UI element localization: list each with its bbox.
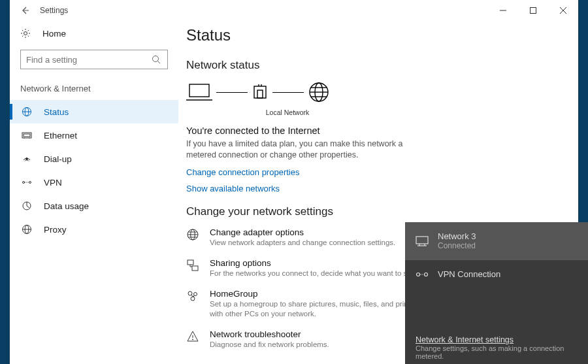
- sidebar-section-label: Network & Internet: [10, 81, 178, 100]
- sidebar-item-ethernet[interactable]: Ethernet: [10, 124, 178, 147]
- svg-point-4: [24, 32, 27, 35]
- globe-icon: [20, 107, 33, 117]
- svg-rect-25: [257, 90, 263, 98]
- option-desc: View network adapters and change connect…: [210, 238, 395, 248]
- sidebar-item-dialup[interactable]: Dial-up: [10, 147, 178, 171]
- sidebar-item-label: VPN: [44, 178, 62, 188]
- svg-line-6: [158, 61, 161, 64]
- flyout-vpn-name: VPN Connection: [438, 269, 500, 279]
- svg-point-5: [153, 56, 159, 62]
- flyout-network-status: Connected: [438, 241, 476, 250]
- close-icon: [560, 7, 566, 14]
- svg-rect-22: [189, 84, 209, 97]
- option-title: Change adapter options: [210, 227, 395, 237]
- option-sharing[interactable]: Sharing options For the networks you con…: [186, 258, 428, 278]
- dialup-icon: [20, 154, 33, 164]
- svg-point-41: [194, 292, 197, 295]
- svg-point-51: [417, 273, 420, 276]
- minimize-button[interactable]: [488, 0, 518, 21]
- diagram-label: Local Network: [186, 108, 336, 116]
- status-heading: Network status: [186, 59, 565, 72]
- gear-icon: [20, 28, 33, 39]
- globe-icon: [308, 81, 330, 103]
- option-adapter[interactable]: Change adapter options View network adap…: [186, 227, 428, 248]
- diagram-line: [216, 92, 248, 93]
- svg-point-52: [425, 273, 428, 276]
- globe-icon: [20, 224, 33, 235]
- network-flyout: Network 3 Connected VPN Connection Netwo…: [405, 222, 588, 364]
- sidebar-item-proxy[interactable]: Proxy: [10, 218, 178, 241]
- maximize-icon: [530, 7, 536, 14]
- diagram-line: [272, 92, 304, 93]
- option-title: Sharing options: [210, 258, 425, 268]
- show-available-networks-link[interactable]: Show available networks: [186, 184, 565, 193]
- ethernet-icon: [20, 130, 33, 141]
- sharing-icon: [186, 258, 201, 278]
- vpn-icon: [20, 177, 33, 188]
- sidebar-item-label: Ethernet: [44, 131, 77, 141]
- svg-point-16: [29, 182, 31, 184]
- change-connection-properties-link[interactable]: Change connection properties: [186, 167, 565, 177]
- option-troubleshooter[interactable]: Network troubleshooter Diagnose and fix …: [186, 329, 428, 350]
- page-title: Status: [186, 26, 565, 44]
- svg-point-42: [191, 297, 195, 301]
- sidebar-item-datausage[interactable]: Data usage: [10, 194, 178, 218]
- sidebar-item-status[interactable]: Status: [10, 100, 178, 124]
- option-homegroup[interactable]: HomeGroup Set up a homegroup to share pi…: [186, 289, 428, 319]
- ethernet-icon: [416, 236, 429, 246]
- window-title: Settings: [40, 6, 68, 15]
- sidebar-item-vpn[interactable]: VPN: [10, 171, 178, 194]
- warning-icon: [186, 329, 201, 350]
- data-usage-icon: [20, 201, 33, 211]
- window-controls: [488, 0, 578, 21]
- minimize-icon: [500, 7, 506, 14]
- arrow-left-icon: [20, 5, 30, 16]
- option-desc: For the networks you connect to, decide …: [210, 269, 425, 278]
- sidebar-item-label: Status: [44, 107, 69, 117]
- maximize-button[interactable]: [518, 0, 548, 21]
- back-button[interactable]: [10, 0, 40, 21]
- sidebar: Home Network & Internet Status Ethernet …: [10, 21, 178, 241]
- titlebar: Settings: [10, 0, 578, 21]
- svg-point-15: [23, 182, 25, 184]
- svg-rect-1: [531, 8, 536, 14]
- svg-rect-47: [416, 237, 428, 244]
- computer-icon: [186, 82, 212, 102]
- svg-rect-39: [192, 266, 198, 271]
- close-button[interactable]: [548, 0, 578, 21]
- globe-icon: [186, 227, 201, 248]
- router-icon: [252, 82, 269, 102]
- option-desc: Diagnose and fix network problems.: [210, 340, 329, 350]
- network-diagram: [186, 81, 565, 103]
- sidebar-item-label: Data usage: [44, 201, 89, 211]
- connected-heading: You're connected to the Internet: [186, 125, 565, 136]
- flyout-vpn-item[interactable]: VPN Connection: [405, 260, 588, 288]
- search-icon: [152, 55, 162, 64]
- flyout-network-name: Network 3: [438, 231, 476, 241]
- homegroup-icon: [186, 289, 201, 319]
- option-desc: Set up a homegroup to share pictures, mu…: [210, 299, 428, 319]
- search-box[interactable]: [20, 50, 168, 69]
- home-nav[interactable]: Home: [10, 21, 178, 46]
- flyout-network-item[interactable]: Network 3 Connected: [405, 222, 588, 260]
- flyout-footer-title: Network & Internet settings: [416, 335, 578, 344]
- change-settings-heading: Change your network settings: [186, 205, 565, 218]
- connected-desc: If you have a limited data plan, you can…: [186, 139, 408, 161]
- home-label: Home: [42, 29, 66, 39]
- svg-point-46: [192, 339, 193, 339]
- option-title: HomeGroup: [210, 289, 428, 299]
- vpn-icon: [416, 271, 429, 278]
- option-title: Network troubleshooter: [210, 329, 329, 339]
- flyout-footer[interactable]: Network & Internet settings Change setti…: [416, 335, 578, 360]
- sidebar-item-label: Proxy: [44, 225, 67, 235]
- flyout-footer-desc: Change settings, such as making a connec…: [416, 344, 578, 360]
- svg-rect-38: [188, 260, 193, 265]
- svg-rect-24: [254, 86, 266, 98]
- search-input[interactable]: [26, 55, 152, 65]
- svg-rect-11: [24, 134, 30, 137]
- sidebar-item-label: Dial-up: [44, 154, 72, 164]
